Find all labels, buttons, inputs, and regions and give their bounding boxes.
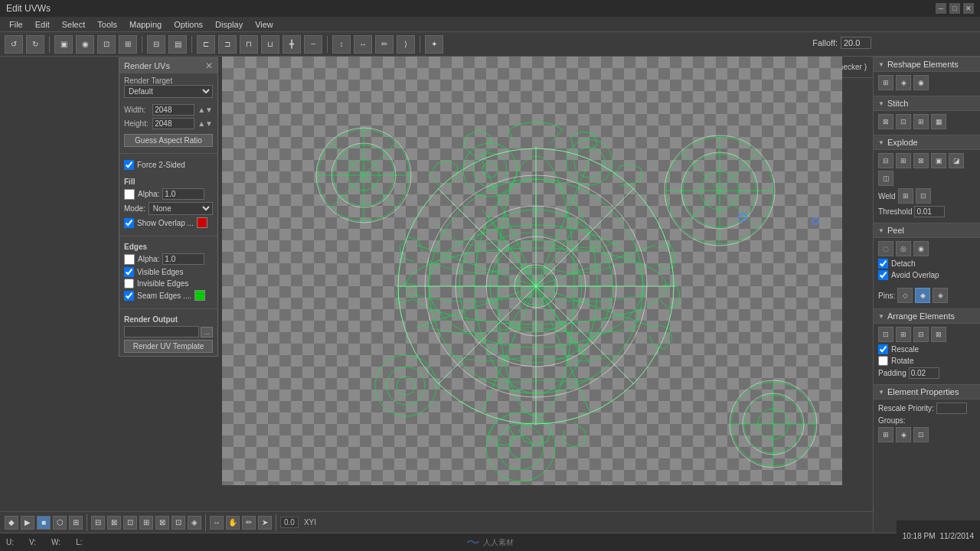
arrange-btn-1[interactable]: ⊡	[878, 327, 893, 342]
render-uv-template-btn[interactable]: Render UV Template	[124, 340, 213, 353]
rotate-checkbox[interactable]	[878, 356, 888, 366]
overlap-color-swatch[interactable]	[197, 217, 207, 228]
explode-header[interactable]: ▼ Explode	[874, 135, 980, 150]
maximize-button[interactable]: □	[949, 3, 960, 14]
bottom-draw-btn[interactable]: ✏	[242, 516, 256, 530]
stitch-btn-4[interactable]: ▦	[931, 114, 946, 129]
peel-btn-2[interactable]: ◎	[896, 241, 911, 256]
menu-mapping[interactable]: Mapping	[123, 17, 168, 31]
toolbar-btn-7[interactable]: ⊟	[147, 35, 165, 54]
minimize-button[interactable]: ─	[936, 3, 946, 14]
threshold-input[interactable]	[914, 206, 945, 217]
toolbar-btn-9[interactable]: ⊏	[197, 35, 215, 54]
arrange-btn-2[interactable]: ⊞	[896, 327, 911, 342]
toolbar-btn-5[interactable]: ⊡	[97, 35, 116, 54]
stitch-btn-3[interactable]: ⊞	[913, 114, 929, 129]
bottom-btn-7[interactable]: ⊠	[107, 516, 121, 530]
bottom-btn-3[interactable]: ■	[37, 516, 51, 530]
fill-mode-select[interactable]: None	[149, 202, 213, 215]
element-properties-header[interactable]: ▼ Element Properties	[874, 384, 980, 399]
visible-edges-checkbox[interactable]	[124, 267, 134, 277]
group-btn-2[interactable]: ◈	[896, 427, 911, 442]
rescale-priority-input[interactable]	[936, 403, 967, 414]
close-button[interactable]: ✕	[963, 3, 974, 14]
peel-btn-3[interactable]: ◉	[913, 241, 929, 256]
seam-color-swatch[interactable]	[194, 290, 205, 301]
reshape-btn-2[interactable]: ◈	[896, 75, 911, 90]
toolbar-btn-6[interactable]: ⊞	[119, 35, 137, 54]
output-browse-btn[interactable]: ...	[201, 327, 213, 337]
height-spinner[interactable]: ▲▼	[198, 119, 213, 128]
show-overlap-checkbox[interactable]	[124, 218, 134, 228]
menu-edit[interactable]: Edit	[29, 17, 56, 31]
falloff-input[interactable]	[841, 37, 871, 49]
pin-btn-3[interactable]: ◈	[933, 288, 948, 303]
menu-tools[interactable]: Tools	[91, 17, 123, 31]
bottom-pan-btn[interactable]: ✋	[226, 516, 240, 530]
dialog-title-bar[interactable]: Render UVs ✕	[119, 58, 217, 73]
group-btn-3[interactable]: ⊡	[913, 427, 929, 442]
render-target-select[interactable]: Default	[124, 85, 213, 98]
bottom-btn-6[interactable]: ⊟	[91, 516, 105, 530]
toolbar-btn-8[interactable]: ▤	[168, 35, 187, 54]
edge-color-swatch[interactable]	[124, 254, 135, 265]
guess-aspect-btn[interactable]: Guess Aspect Ratio	[124, 134, 213, 147]
explode-btn-6[interactable]: ◫	[878, 171, 893, 186]
menu-options[interactable]: Options	[168, 17, 209, 31]
menu-view[interactable]: View	[249, 17, 279, 31]
reshape-btn-1[interactable]: ⊞	[878, 75, 893, 90]
height-input[interactable]	[152, 118, 194, 129]
fill-color-swatch[interactable]	[124, 189, 135, 200]
pin-btn-2[interactable]: ◆	[915, 288, 930, 303]
toolbar-btn-2[interactable]: ↻	[26, 35, 44, 54]
weld-btn-1[interactable]: ⊞	[898, 188, 913, 204]
menu-file[interactable]: File	[3, 17, 29, 31]
invisible-edges-checkbox[interactable]	[124, 279, 134, 289]
arrange-btn-3[interactable]: ⊟	[913, 327, 929, 342]
padding-input[interactable]	[909, 367, 939, 379]
group-btn-1[interactable]: ⊞	[878, 427, 893, 442]
explode-btn-5[interactable]: ◪	[949, 153, 964, 168]
toolbar-btn-1[interactable]: ↺	[5, 35, 23, 54]
bottom-arrow-btn[interactable]: ➤	[258, 516, 272, 530]
arrange-btn-4[interactable]: ⊠	[931, 327, 946, 342]
width-spinner[interactable]: ▲▼	[198, 106, 213, 114]
toolbar-btn-16[interactable]: ↔	[354, 35, 372, 54]
arrange-elements-header[interactable]: ▼ Arrange Elements	[874, 308, 980, 324]
bottom-btn-11[interactable]: ⊡	[172, 516, 185, 530]
bottom-btn-9[interactable]: ⊞	[139, 516, 153, 530]
bottom-btn-5[interactable]: ⊞	[69, 516, 83, 530]
stitch-header[interactable]: ▼ Stitch	[874, 96, 980, 111]
toolbar-btn-12[interactable]: ⊔	[261, 35, 279, 54]
uv-viewport[interactable]	[222, 57, 842, 485]
explode-btn-4[interactable]: ▣	[931, 153, 946, 168]
peel-header[interactable]: ▼ Peel	[874, 223, 980, 238]
explode-btn-3[interactable]: ⊠	[913, 153, 929, 168]
explode-btn-2[interactable]: ⊞	[896, 153, 911, 168]
bottom-btn-8[interactable]: ⊡	[123, 516, 137, 530]
rescale-checkbox[interactable]	[878, 344, 888, 354]
bottom-move-btn[interactable]: ↔	[210, 516, 224, 530]
bottom-btn-2[interactable]: ▶	[21, 516, 34, 530]
force2sided-checkbox[interactable]	[124, 160, 134, 170]
bottom-btn-1[interactable]: ◆	[5, 516, 18, 530]
reshape-elements-header[interactable]: ▼ Reshape Elements	[874, 57, 980, 72]
stitch-btn-1[interactable]: ⊠	[878, 114, 893, 129]
bottom-btn-4[interactable]: ⬡	[53, 516, 67, 530]
toolbar-btn-3[interactable]: ▣	[54, 35, 73, 54]
stitch-btn-2[interactable]: ⊡	[896, 114, 911, 129]
peel-btn-1[interactable]: ◌	[878, 241, 893, 256]
toolbar-btn-4[interactable]: ◉	[76, 35, 94, 54]
explode-btn-1[interactable]: ⊟	[878, 153, 893, 168]
detach-checkbox[interactable]	[878, 259, 888, 269]
menu-select[interactable]: Select	[56, 17, 92, 31]
fill-alpha-input[interactable]	[162, 188, 204, 200]
bottom-btn-12[interactable]: ◈	[188, 516, 201, 530]
edge-alpha-input[interactable]	[162, 253, 204, 265]
pin-btn-1[interactable]: ◇	[897, 288, 913, 303]
toolbar-btn-11[interactable]: ⊓	[240, 35, 258, 54]
toolbar-btn-10[interactable]: ⊐	[218, 35, 237, 54]
weld-btn-2[interactable]: ⊡	[916, 188, 931, 204]
toolbar-btn-18[interactable]: ⟩	[397, 35, 415, 54]
seam-edges-checkbox[interactable]	[124, 291, 134, 301]
